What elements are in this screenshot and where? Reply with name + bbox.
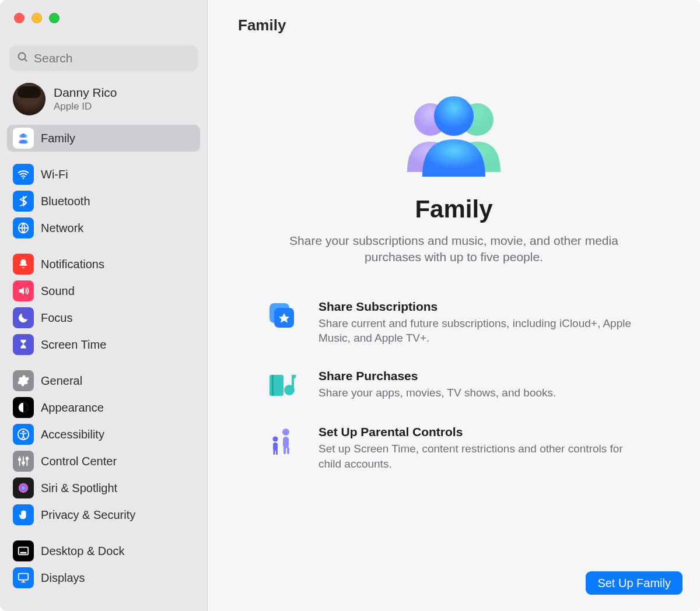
page-title: Family — [208, 0, 700, 34]
search-icon — [16, 51, 29, 66]
parental-icon — [266, 425, 299, 458]
sidebar-item-screentime[interactable]: Screen Time — [7, 331, 200, 358]
svg-point-13 — [19, 458, 21, 461]
window-controls — [0, 0, 207, 35]
svg-rect-37 — [274, 450, 275, 455]
sidebar-item-privacy[interactable]: Privacy & Security — [7, 501, 200, 528]
sidebar-item-label: Privacy & Security — [41, 508, 135, 522]
wifi-icon — [13, 164, 34, 185]
svg-point-9 — [22, 431, 24, 433]
feature-parental: Set Up Parental Controls Set up Screen T… — [266, 425, 642, 471]
settings-window: Danny Rico Apple ID FamilyWi-FiBluetooth… — [0, 0, 700, 611]
hand-icon — [13, 504, 34, 525]
hero: Family Share your subscriptions and musi… — [208, 34, 700, 279]
sidebar-item-bluetooth[interactable]: Bluetooth — [7, 188, 200, 215]
minimize-window-button[interactable] — [32, 13, 42, 23]
moon-icon — [13, 307, 34, 328]
apple-id-account-row[interactable]: Danny Rico Apple ID — [0, 77, 207, 121]
sidebar-item-label: Appearance — [41, 401, 104, 415]
speaker-icon — [13, 280, 34, 301]
account-name: Danny Rico — [54, 86, 117, 100]
siri-icon — [13, 477, 34, 498]
svg-rect-36 — [273, 443, 278, 451]
sidebar-item-controlcenter[interactable]: Control Center — [7, 448, 200, 475]
svg-rect-38 — [276, 450, 278, 455]
avatar — [13, 83, 46, 115]
sidebar-item-label: Screen Time — [41, 338, 106, 352]
globe-icon — [13, 217, 34, 238]
sidebar-item-label: Network — [41, 222, 83, 235]
purchases-icon — [266, 369, 299, 402]
svg-rect-19 — [19, 574, 29, 580]
svg-point-35 — [273, 436, 278, 441]
zoom-window-button[interactable] — [49, 13, 60, 23]
sidebar-item-wifi[interactable]: Wi-Fi — [7, 161, 200, 188]
sidebar-item-label: Sound — [41, 285, 75, 298]
svg-point-16 — [19, 483, 29, 493]
sidebar-item-sound[interactable]: Sound — [7, 278, 200, 304]
subs-icon — [266, 300, 299, 332]
svg-rect-18 — [20, 552, 27, 554]
hero-title: Family — [415, 195, 492, 223]
sidebar-item-label: General — [41, 374, 82, 388]
feature-purchases: Share Purchases Share your apps, movies,… — [266, 369, 642, 402]
sidebar-item-desktopdock[interactable]: Desktop & Dock — [7, 538, 200, 564]
hero-subtitle: Share your subscriptions and music, movi… — [267, 233, 640, 266]
sidebar-item-appearance[interactable]: Appearance — [7, 394, 200, 421]
feature-subs: Share Subscriptions Share current and fu… — [266, 300, 642, 346]
feature-desc: Share your apps, movies, TV shows, and b… — [318, 385, 556, 401]
hourglass-icon — [13, 334, 34, 355]
sliders-icon — [13, 451, 34, 472]
sidebar-item-focus[interactable]: Focus — [7, 304, 200, 331]
svg-rect-33 — [284, 447, 286, 454]
feature-title: Share Subscriptions — [318, 300, 642, 314]
sidebar-item-network[interactable]: Network — [7, 215, 200, 241]
sidebar-item-label: Displays — [41, 571, 85, 585]
appearance-icon — [13, 397, 34, 418]
bell-icon — [13, 254, 34, 275]
feature-desc: Share current and future subscriptions, … — [318, 316, 642, 346]
svg-rect-32 — [283, 437, 289, 448]
search-field[interactable] — [9, 45, 198, 71]
family-icon — [13, 128, 34, 149]
sidebar-item-label: Family — [41, 132, 75, 145]
feature-title: Set Up Parental Controls — [318, 425, 642, 439]
svg-line-1 — [24, 59, 27, 61]
family-hero-icon — [396, 90, 512, 178]
main-pane: Family — [208, 0, 700, 611]
sidebar-item-displays[interactable]: Displays — [7, 564, 200, 591]
sidebar-item-notifications[interactable]: Notifications — [7, 251, 200, 278]
account-subtitle: Apple ID — [54, 101, 117, 113]
sidebar-item-label: Bluetooth — [41, 195, 90, 208]
set-up-family-button[interactable]: Set Up Family — [586, 571, 682, 595]
feature-desc: Set up Screen Time, content restrictions… — [318, 441, 642, 471]
svg-rect-27 — [270, 375, 284, 396]
sidebar-item-siri[interactable]: Siri & Spotlight — [7, 475, 200, 501]
search-input[interactable] — [34, 51, 191, 65]
sidebar-item-family[interactable]: Family — [7, 125, 200, 152]
sidebar: Danny Rico Apple ID FamilyWi-FiBluetooth… — [0, 0, 208, 611]
accessibility-icon — [13, 424, 34, 445]
close-window-button[interactable] — [14, 13, 24, 23]
svg-point-24 — [434, 96, 474, 136]
sidebar-item-label: Notifications — [41, 258, 104, 271]
sidebar-list: FamilyWi-FiBluetoothNetworkNotifications… — [0, 121, 207, 591]
svg-point-15 — [26, 458, 29, 460]
sidebar-item-accessibility[interactable]: Accessibility — [7, 421, 200, 448]
svg-point-0 — [19, 53, 26, 60]
svg-rect-28 — [272, 375, 274, 396]
sidebar-item-label: Focus — [41, 311, 72, 325]
sidebar-item-label: Siri & Spotlight — [41, 482, 117, 495]
sidebar-item-label: Desktop & Dock — [41, 545, 124, 558]
sidebar-item-label: Accessibility — [41, 428, 104, 441]
svg-rect-34 — [287, 447, 289, 454]
sidebar-item-label: Control Center — [41, 455, 117, 468]
svg-point-31 — [282, 429, 289, 436]
svg-point-5 — [23, 177, 24, 179]
feature-title: Share Purchases — [318, 369, 556, 383]
feature-list: Share Subscriptions Share current and fu… — [208, 279, 700, 472]
sidebar-item-label: Wi-Fi — [41, 168, 68, 181]
svg-point-4 — [22, 134, 26, 138]
display-icon — [13, 567, 34, 588]
sidebar-item-general[interactable]: General — [7, 367, 200, 394]
